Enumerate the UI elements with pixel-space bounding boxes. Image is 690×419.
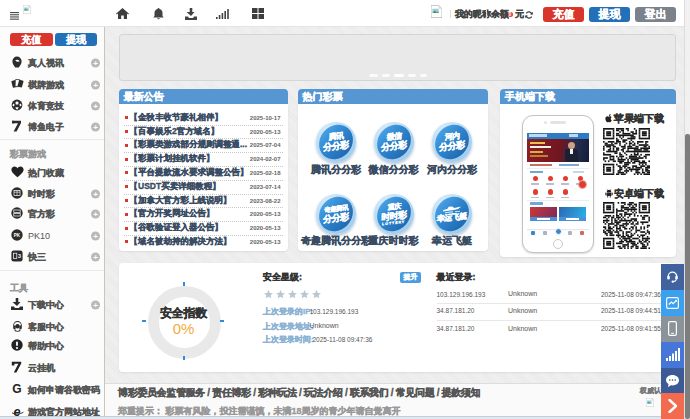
svg-text:3: 3 bbox=[18, 253, 21, 259]
svg-text:PK: PK bbox=[14, 233, 21, 238]
svg-text:G: G bbox=[12, 383, 21, 395]
